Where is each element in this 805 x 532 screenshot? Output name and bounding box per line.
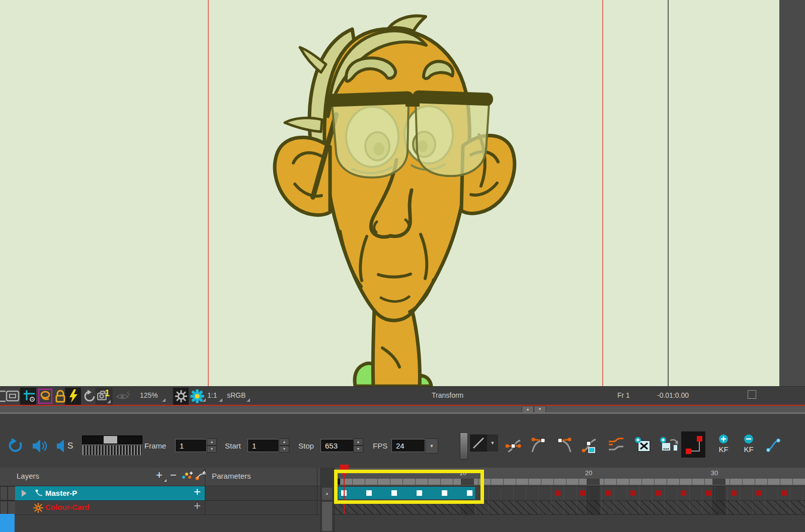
toolbar-drag-handle[interactable] — [460, 432, 468, 460]
color-space[interactable]: sRGB — [227, 391, 246, 399]
sound-scrub-button[interactable]: S — [56, 438, 73, 454]
show-strokes-button[interactable] — [116, 391, 130, 402]
zoom-level[interactable]: 125% — [140, 391, 158, 399]
sound-button[interactable] — [32, 438, 48, 454]
frame-input[interactable] — [175, 439, 207, 452]
layers-panel-title: Layers — [17, 472, 39, 480]
crop-marks-button[interactable] — [23, 390, 36, 403]
layer-row-master-p[interactable]: Master-P + — [15, 486, 205, 500]
major-frame-shade — [712, 486, 726, 514]
scrollbar-thumb[interactable] — [322, 502, 332, 531]
master-p-parameters-cell[interactable] — [205, 486, 317, 500]
volume-slider[interactable] — [82, 435, 142, 444]
status-swatch[interactable] — [748, 390, 756, 399]
eye-dim-icon — [116, 391, 130, 402]
safe-area-icon — [6, 390, 20, 402]
keyframe-marker-red[interactable] — [630, 490, 636, 496]
art-layer-toolbar: O L C U — [779, 0, 805, 386]
pixel-scale[interactable]: 1:1 — [207, 391, 217, 399]
keyframe-marker-red[interactable] — [681, 490, 686, 496]
keyframe-marker-red[interactable] — [756, 490, 762, 496]
start-input[interactable] — [248, 439, 279, 452]
settings-gear-button[interactable] — [175, 390, 187, 403]
stop-label: Stop — [298, 441, 314, 450]
lasso-button[interactable] — [38, 389, 52, 404]
start-spinner[interactable]: ▲▼ — [279, 438, 289, 453]
frame-spin-down-icon[interactable]: ▼ — [207, 446, 217, 453]
colour-card-parameters-cell[interactable] — [205, 501, 317, 514]
lock-button[interactable] — [54, 389, 67, 403]
layers-scrollbar[interactable]: ▲ — [320, 468, 335, 532]
keyframe-marker-red[interactable] — [781, 490, 787, 496]
ease-apply-button[interactable] — [581, 435, 600, 455]
keyframe-marker-red[interactable] — [555, 490, 560, 496]
motion-keyframe-icon — [681, 431, 705, 458]
add-drawing-layer-button[interactable] — [181, 470, 193, 482]
start-spin-down-icon[interactable]: ▼ — [279, 446, 289, 453]
frame-indicator: Fr 1 — [617, 391, 630, 399]
ease-out-button[interactable] — [554, 435, 574, 455]
stop-spinner[interactable]: ▲▼ — [353, 438, 363, 453]
render-bolt-button[interactable] — [68, 389, 79, 404]
remove-layer-button[interactable]: − — [170, 469, 177, 482]
start-spin-up-icon[interactable]: ▲ — [279, 438, 289, 446]
reset-view-button[interactable] — [83, 389, 97, 403]
stop-input[interactable] — [320, 439, 354, 452]
keyframe-marker-red[interactable] — [731, 490, 737, 496]
remove-keyframe-button[interactable]: KF — [740, 433, 758, 458]
add-keyframe-icon — [714, 433, 733, 445]
layers-header — [0, 468, 334, 486]
row-add-button[interactable]: + — [194, 499, 201, 513]
frame-spin-up-icon[interactable]: ▲ — [207, 438, 217, 446]
render-bolt-icon — [68, 389, 79, 404]
add-keyframe-label: KF — [714, 445, 733, 454]
ease-apply-icon — [581, 435, 600, 455]
safe-area-button[interactable] — [6, 390, 20, 402]
ease-in-button[interactable] — [529, 435, 548, 455]
row-add-button[interactable]: + — [194, 485, 201, 499]
segment-dropdown-button[interactable]: ▼ — [487, 434, 498, 452]
fps-label: FPS — [373, 441, 387, 450]
fps-input[interactable] — [391, 439, 425, 452]
motion-keyframe-button[interactable] — [681, 431, 705, 458]
add-keyframe-button[interactable]: KF — [714, 433, 733, 458]
stop-spin-down-icon[interactable]: ▼ — [353, 446, 363, 453]
line-segment-icon — [470, 434, 487, 452]
row-gutter — [0, 501, 8, 514]
keyframe-marker-red[interactable] — [605, 490, 611, 496]
volume-slider-handle[interactable] — [104, 436, 117, 444]
keyframe-marker-red[interactable] — [656, 490, 661, 496]
ease-handles-button[interactable] — [504, 435, 523, 455]
sound-icon — [32, 438, 48, 454]
stop-spin-up-icon[interactable]: ▲ — [353, 438, 363, 446]
corner-blue-swatch[interactable] — [0, 514, 15, 532]
fps-dropdown-button[interactable]: ▼ — [425, 438, 438, 454]
scrub-ribbed-strip[interactable] — [82, 445, 142, 456]
layer-row-colour-card[interactable]: Colour-Card + — [15, 501, 205, 514]
view-status-bar: 1 125% 1:1 sRGB Transform Fr 1 -0.01:0.0… — [0, 386, 805, 405]
collapse-up-button[interactable]: ▲ — [522, 406, 534, 413]
duplicate-drawing-button[interactable] — [659, 436, 679, 454]
camera-view-canvas[interactable] — [0, 0, 779, 386]
camera-mask-button[interactable] — [0, 390, 6, 402]
collapse-down-button[interactable]: ▼ — [534, 406, 546, 413]
camera-number: 1 — [105, 388, 110, 399]
keyframe-marker-red[interactable] — [706, 490, 711, 496]
timecode: -0.01:0.00 — [657, 391, 689, 399]
scrollbar-up-button[interactable]: ▲ — [322, 488, 332, 500]
create-drawing-button[interactable] — [634, 436, 652, 454]
frame-spinner[interactable]: ▲▼ — [207, 438, 217, 453]
active-tool-label: Transform — [432, 391, 463, 399]
frame-label: Frame — [144, 441, 166, 450]
segment-line-button[interactable] — [470, 434, 487, 452]
velocity-curve-button[interactable] — [765, 436, 782, 454]
add-peg-button[interactable] — [194, 470, 207, 482]
ruler-label: 30 — [707, 469, 721, 477]
loop-button[interactable] — [7, 438, 23, 454]
stop-motion-curve-button[interactable] — [607, 435, 626, 455]
harmony-window: O L C U — [0, 0, 805, 532]
keyframe-marker-red[interactable] — [580, 490, 586, 496]
add-layer-button[interactable]: + — [156, 469, 163, 482]
expand-arrow-icon[interactable] — [22, 490, 27, 497]
panel-splitter-band[interactable]: ▲ ▼ — [0, 406, 805, 412]
